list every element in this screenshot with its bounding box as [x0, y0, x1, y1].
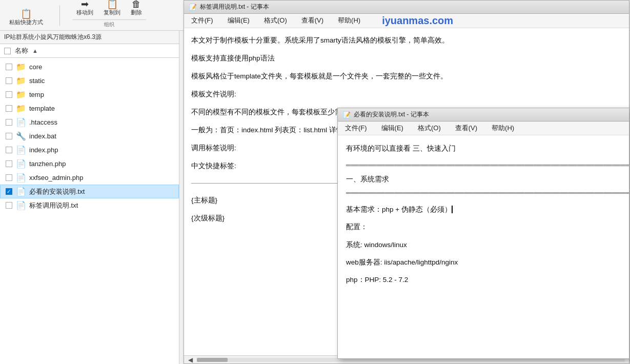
file-item-temp[interactable]: 📁 temp	[0, 88, 179, 102]
fg-dashes-top: ════════════════════════════════════════…	[346, 159, 621, 172]
paste-shortcut-button[interactable]: 📋 粘贴快捷方式	[5, 7, 47, 28]
sort-arrow-icon[interactable]: ▲	[32, 48, 38, 54]
file-name-xxfseo: xxfseo_admin.php	[29, 174, 84, 181]
checkbox-install-readme[interactable]: ✓	[5, 188, 13, 196]
file-item-htaccess[interactable]: 📄 .htaccess	[0, 115, 179, 129]
file-item-tanzhen[interactable]: 📄 tanzhen.php	[0, 157, 179, 171]
move-icon: ➡	[81, 0, 89, 9]
folder-icon-template: 📁	[16, 104, 26, 113]
notepad-fg-title: 必看的安装说明.txt - 记事本	[354, 110, 429, 119]
fg-line-web: web服务器: iis/apache/lighttpd/nginx	[346, 255, 621, 270]
folder-icon-temp: 📁	[16, 90, 26, 99]
file-name-install-readme: 必看的安装说明.txt	[29, 187, 85, 196]
checked-icon: ✓	[6, 188, 12, 195]
notepad-bg-title: 标签调用说明.txt - 记事本	[200, 3, 269, 11]
notepad-fg-menubar: 文件(F) 编辑(E) 格式(O) 查看(V) 帮助(H)	[338, 122, 629, 135]
notepad-bg-menubar: 文件(F) 编辑(E) 格式(O) 查看(V) 帮助(H) iyuanmas.c…	[184, 14, 629, 28]
checkbox-core[interactable]	[5, 63, 13, 71]
cursor-indicator	[452, 206, 453, 213]
checkbox-htaccess[interactable]	[5, 118, 13, 127]
file-icon-tag-readme: 📄	[16, 200, 26, 210]
bg-line-2: 模板支持直接使用php语法	[191, 51, 622, 65]
file-item-template[interactable]: 📁 template	[0, 102, 179, 115]
file-name-template: template	[29, 105, 55, 112]
file-name-tanzhen: tanzhen.php	[29, 160, 66, 168]
menu-format-bg[interactable]: 格式(O)	[261, 15, 290, 27]
checkbox-tag-readme[interactable]	[5, 201, 13, 210]
menu-format-fg[interactable]: 格式(O)	[415, 123, 444, 134]
fg-dashes-bottom: ════════════════════════════════════════…	[346, 187, 621, 199]
file-item-xxfseo[interactable]: 📄 xxfseo_admin.php	[0, 171, 179, 185]
checkbox-indexbat[interactable]	[5, 132, 13, 140]
menu-edit-bg[interactable]: 编辑(E)	[225, 15, 253, 27]
file-item-tag-readme[interactable]: 📄 标签调用说明.txt	[0, 198, 179, 212]
menu-help-bg[interactable]: 帮助(H)	[335, 15, 363, 27]
file-icon-indexphp: 📄	[16, 145, 26, 155]
file-name-core: core	[29, 63, 42, 71]
folder-icon-static: 📁	[16, 76, 26, 86]
scroll-thumb	[197, 358, 228, 362]
organize-label: 组织	[72, 19, 146, 28]
file-item-install-readme[interactable]: ✓ 📄 必看的安装说明.txt	[0, 185, 179, 198]
file-name-temp: temp	[29, 91, 44, 98]
move-to-button[interactable]: ➡ 移动到	[72, 0, 97, 18]
file-item-static[interactable]: 📁 static	[0, 74, 179, 88]
paste-icon: 📋	[21, 9, 32, 18]
fg-line-php: php：PHP: 5.2 - 7.2	[346, 273, 621, 287]
checkbox-static[interactable]	[5, 77, 13, 85]
file-icon-tanzhen: 📄	[16, 159, 26, 169]
file-list: 📁 core 📁 static 📁 temp 📁 template	[0, 58, 179, 364]
column-name-label: 名称	[15, 46, 28, 55]
fg-line-os: 系统: windows/linux	[346, 238, 621, 252]
menu-help-fg[interactable]: 帮助(H)	[489, 123, 517, 134]
file-item-indexbat[interactable]: 🔧 index.bat	[0, 129, 179, 143]
menu-view-fg[interactable]: 查看(V)	[452, 123, 480, 134]
file-name-indexphp: index.php	[29, 146, 58, 154]
checkbox-temp[interactable]	[5, 91, 13, 99]
watermark: iyuanmas.com	[382, 15, 453, 27]
move-label: 移动到	[76, 9, 93, 16]
folder-icon-core: 📁	[16, 62, 26, 72]
bg-line-4: 模板文件说明:	[191, 87, 622, 101]
scroll-left-btn[interactable]: ◀	[186, 356, 195, 363]
toolbar-paste-group: 📋 粘贴快捷方式	[5, 0, 47, 30]
menu-file-fg[interactable]: 文件(F)	[342, 123, 370, 134]
delete-button[interactable]: 🗑 删除	[127, 0, 146, 18]
toolbar-organize-group: ➡ 移动到 📋 复制到 🗑 删除 组织	[72, 0, 146, 30]
checkbox-template[interactable]	[5, 105, 13, 113]
copy-icon: 📋	[107, 0, 118, 9]
notepad-fg-content[interactable]: 有环境的可以直接看 三、快速入门 ═══════════════════════…	[338, 135, 629, 358]
checkbox-indexphp[interactable]	[5, 146, 13, 154]
file-icon-xxfseo: 📄	[16, 173, 26, 183]
menu-edit-fg[interactable]: 编辑(E)	[378, 123, 407, 134]
bg-line-3: 模板风格位于template文件夹，每套模板就是一个文件夹，一套完整的一些文件。	[191, 69, 622, 83]
file-name-htaccess: .htaccess	[29, 118, 57, 126]
copy-to-button[interactable]: 📋 复制到	[99, 0, 125, 18]
notepad-bg-titlebar: 📝 标签调用说明.txt - 记事本	[184, 1, 629, 14]
file-icon-indexbat: 🔧	[16, 131, 26, 141]
copy-label: 复制到	[104, 9, 120, 16]
delete-icon: 🗑	[132, 0, 141, 9]
file-icon-install-readme: 📄	[16, 187, 26, 196]
menu-view-bg[interactable]: 查看(V)	[298, 15, 327, 27]
fg-section-title: 一、系统需求	[346, 172, 621, 187]
delete-label: 删除	[131, 9, 142, 16]
bg-line-1: 本文对于制作模板十分重要。系统采用了smarty语法风格的模板引擎，简单高效。	[191, 33, 622, 47]
menu-file-bg[interactable]: 文件(F)	[188, 15, 216, 27]
sidebar-path: IP站群系统小旋风万能蜘蛛池x6.3源	[0, 31, 179, 44]
header-checkbox[interactable]	[4, 48, 11, 54]
file-item-core[interactable]: 📁 core	[0, 60, 179, 74]
notepad-foreground: 📝 必看的安装说明.txt - 记事本 文件(F) 编辑(E) 格式(O) 查看…	[337, 108, 629, 359]
toolbar-paste: 📋 粘贴快捷方式	[5, 7, 47, 28]
fg-line-basic: 基本需求：php + 伪静态（必须）	[346, 203, 621, 217]
file-item-indexphp[interactable]: 📄 index.php	[0, 143, 179, 157]
file-name-tag-readme: 标签调用说明.txt	[29, 201, 78, 210]
checkbox-xxfseo[interactable]	[5, 174, 13, 182]
sidebar: IP站群系统小旋风万能蜘蛛池x6.3源 名称 ▲ 📁 core 📁 static	[0, 31, 179, 364]
toolbar-divider-1	[59, 5, 60, 26]
file-name-static: static	[29, 77, 45, 85]
column-header: 名称 ▲	[0, 44, 179, 58]
checkbox-tanzhen[interactable]	[5, 160, 13, 168]
notepad-bg-icon: 📝	[189, 4, 197, 11]
paste-label: 粘贴快捷方式	[9, 18, 43, 26]
